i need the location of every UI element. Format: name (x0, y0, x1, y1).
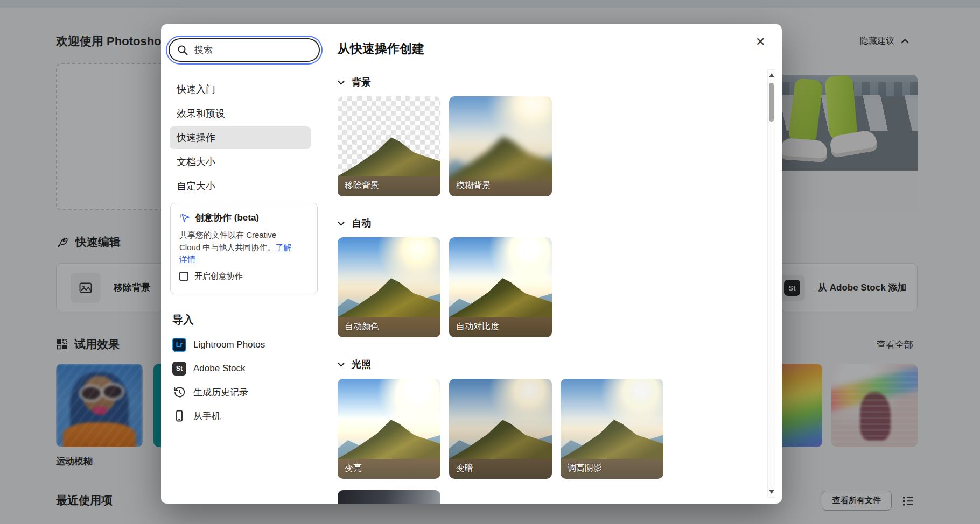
tile-lighten[interactable]: 变亮 (338, 379, 440, 479)
collab-checkbox[interactable] (179, 272, 188, 281)
import-from-phone[interactable]: 从手机 (172, 404, 265, 428)
collab-title: 创意协作 (beta) (195, 211, 259, 224)
section-header-auto[interactable]: 自动 (338, 217, 371, 230)
phone-icon (172, 409, 186, 423)
chevron-down-icon (338, 80, 345, 85)
scroll-down-arrow[interactable] (769, 490, 774, 494)
collab-checkbox-label: 开启创意协作 (194, 271, 243, 281)
nav-item-quick-actions[interactable]: 快速操作 (170, 126, 311, 149)
tile-blur-background[interactable]: 模糊背景 (449, 96, 552, 196)
creative-collab-panel: 创意协作 (beta) 共享您的文件以在 Creative Cloud 中与他人… (170, 203, 318, 294)
import-generation-history[interactable]: 生成历史记录 (172, 380, 265, 404)
nav-item-document-size[interactable]: 文档大小 (170, 151, 311, 173)
modal-title: 从快速操作创建 (338, 40, 424, 57)
nav-item-effects-presets[interactable]: 效果和预设 (170, 102, 311, 125)
import-lightroom[interactable]: Lr Lightroom Photos (172, 333, 265, 357)
tile-remove-background[interactable]: 移除背景 (338, 96, 440, 196)
collab-description: 共享您的文件以在 Creative Cloud 中与他人共同协作。了解详情 (179, 229, 297, 266)
modal-scrollbar (767, 69, 775, 498)
chevron-down-icon (338, 221, 345, 226)
section-header-lighting[interactable]: 光照 (338, 358, 371, 371)
import-heading: 导入 (172, 313, 194, 327)
nav-item-getting-started[interactable]: 快速入门 (170, 78, 311, 101)
section-header-background[interactable]: 背景 (338, 76, 371, 89)
lightroom-icon: Lr (172, 338, 186, 352)
tile-darken[interactable]: 变暗 (449, 379, 552, 479)
tile-auto-contrast[interactable]: 自动对比度 (449, 237, 552, 337)
tile-raise-shadows[interactable]: 调高阴影 (561, 379, 663, 479)
search-input[interactable] (193, 44, 311, 56)
close-icon[interactable]: ✕ (755, 36, 765, 48)
modal-nav: 快速入门 效果和预设 快速操作 文档大小 自定大小 (170, 78, 311, 199)
chevron-down-icon (338, 362, 345, 367)
cursor-icon (179, 213, 190, 223)
create-from-quick-actions-modal: ✕ 快速入门 效果和预设 快速操作 文档大小 自定大小 (161, 24, 782, 504)
tile-next-row-partial[interactable] (338, 490, 440, 504)
photoshop-home-screen: 欢迎使用 Photoshop 隐藏建议 “协调”功能将对象混合 景中 (0, 0, 980, 524)
scroll-up-arrow[interactable] (769, 73, 774, 77)
search-icon (177, 45, 188, 55)
history-icon (172, 385, 186, 399)
tile-auto-color[interactable]: 自动颜色 (338, 237, 440, 337)
scrollbar-thumb[interactable] (769, 83, 774, 122)
adobe-stock-icon: St (172, 362, 186, 376)
import-list: Lr Lightroom Photos St Adobe Stock 生成历史记… (172, 333, 265, 428)
nav-item-custom-size[interactable]: 自定大小 (170, 175, 311, 197)
import-adobe-stock[interactable]: St Adobe Stock (172, 357, 265, 380)
search-box (169, 38, 320, 62)
